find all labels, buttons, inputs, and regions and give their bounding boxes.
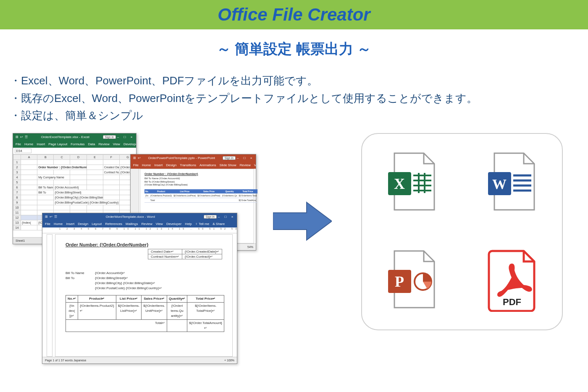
app-title: Office File Creator [218,5,370,25]
maximize-icon[interactable]: □ [123,135,127,139]
excel-file-icon: X [386,151,438,214]
arrow-icon [273,200,332,242]
ppt-table: No.ProductList PriceSales PriceQuantityT… [144,189,257,203]
word-title: OrderWordTemplate.docx - Word [57,215,204,219]
signin-button[interactable]: Sign in [103,135,116,139]
word-titlebar: ⊞↩☰ OrderWordTemplate.docx - Word Sign i… [42,213,237,221]
svg-text:X: X [394,175,405,192]
word-page: Order Number: {!Order.OrderNumber} Creat… [55,234,233,357]
close-icon[interactable]: × [230,215,234,219]
excel-ribbon[interactable]: FileHomeInsertPage LayoutFormulasDataRev… [13,141,136,148]
ppt-title: OrderPowerPointTemplate.pptx - PowerPoin… [141,156,223,160]
word-file-icon: W [486,151,538,214]
pdf-label: PDF [486,297,538,308]
svg-text:W: W [492,176,507,192]
maximize-icon[interactable]: □ [242,156,247,160]
pdf-file-icon: PDF [486,249,538,312]
word-meta-table: Created Date↵{!Order.CreatedDate}↵ Contr… [148,249,222,259]
bullet-item: ・Excel、Word、PowerPoint、PDFファイルを出力可能です。 [10,72,588,90]
output-card: X W [361,133,563,330]
svg-marker-0 [273,202,332,240]
close-icon[interactable]: × [129,135,134,139]
minimize-icon[interactable]: – [217,215,221,219]
minimize-icon[interactable]: – [236,156,240,160]
word-window: ⊞↩☰ OrderWordTemplate.docx - Word Sign i… [42,213,237,364]
signin-button[interactable]: Sign in [223,156,236,160]
word-statusbar: Page 1 of 1 37 words Japanese+ 100% [42,357,237,363]
powerpoint-file-icon: P [386,249,438,312]
word-ruler: 1 2 3 4 5 6 7 8 9 10 11 12 13 14 15 … 50… [42,227,237,233]
ppt-ribbon[interactable]: FileHomeInsertDesignTransitionsAnimation… [131,162,256,169]
bullet-item: ・既存のExcel、Word、PowerPointをテンプレートファイルとして使… [10,90,588,107]
maximize-icon[interactable]: □ [223,215,228,219]
bullet-item: ・設定は、簡単＆シンプル [10,107,588,125]
svg-text:P: P [395,273,404,290]
excel-titlebar: ⊞↩☰ OrderExcelTemplate.xlsx - Excel Sign… [13,133,136,141]
content-row: ⊞↩☰ OrderExcelTemplate.xlsx - Excel Sign… [0,133,588,385]
excel-namebox[interactable]: D34 [13,148,136,154]
excel-title: OrderExcelTemplate.xlsx - Excel [28,135,103,139]
close-icon[interactable]: × [249,156,253,160]
ppt-titlebar: ⊞↩ OrderPowerPointTemplate.pptx - PowerP… [131,154,256,162]
signin-button[interactable]: Sign in [204,215,217,219]
header-band: Office File Creator [0,0,588,29]
bullet-list: ・Excel、Word、PowerPoint、PDFファイルを出力可能です。 ・… [10,72,588,125]
subtitle: ～ 簡単設定 帳票出力 ～ [0,39,588,59]
word-vruler [47,234,52,357]
word-items-table: No.↵Product↵List Price↵Sales Price↵Quant… [66,295,224,332]
minimize-icon[interactable]: – [116,135,120,139]
word-ribbon[interactable]: FileHomeInsertDesignLayoutReferencesMail… [42,221,237,227]
